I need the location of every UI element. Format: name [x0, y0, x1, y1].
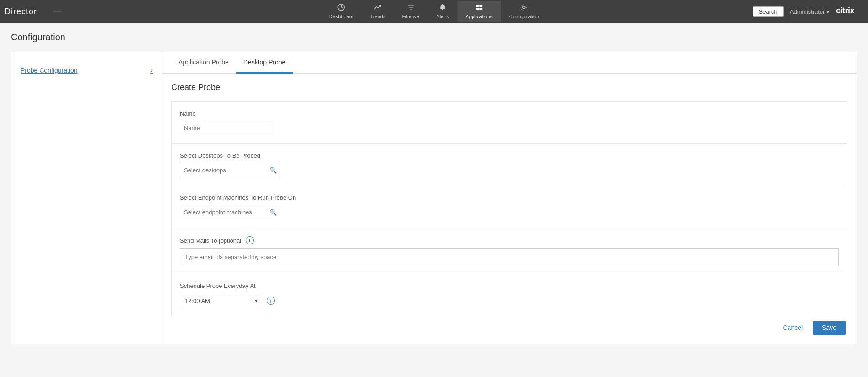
topnav-right: Search Administrator ▾ citrix [753, 5, 863, 18]
svg-rect-8 [476, 8, 479, 10]
svg-text:citrix: citrix [836, 6, 855, 15]
applications-icon [475, 4, 483, 13]
nav-label-applications: Applications [466, 14, 493, 19]
select-desktops-label: Select Desktops To Be Probed [180, 152, 839, 159]
search-button[interactable]: Search [753, 6, 784, 17]
citrix-logo: citrix [836, 5, 863, 18]
create-probe-title: Create Probe [171, 83, 847, 92]
svg-point-5 [442, 4, 443, 5]
nav-label-configuration: Configuration [509, 14, 539, 19]
schedule-info-icon[interactable]: i [267, 297, 275, 305]
cancel-button[interactable]: Cancel [777, 321, 808, 335]
filters-icon [407, 4, 415, 13]
trends-icon [374, 4, 382, 13]
nav-label-alerts: Alerts [436, 14, 449, 19]
svg-rect-1 [408, 5, 414, 6]
nav-item-configuration[interactable]: Configuration [501, 1, 547, 22]
svg-point-10 [523, 6, 525, 9]
svg-rect-9 [479, 8, 482, 10]
form-section-email: Send Mails To [optional] i [171, 228, 847, 274]
form-section-schedule: Schedule Probe Everyday At 12:00 AM 1:00… [171, 274, 847, 317]
form-footer: Cancel Save [766, 312, 857, 344]
schedule-label: Schedule Probe Everyday At [180, 282, 839, 289]
send-mails-info-icon[interactable]: i [246, 236, 254, 244]
nav-item-filters[interactable]: Filters ▾ [394, 1, 428, 22]
select-endpoint-wrapper: 🔍 [180, 205, 280, 219]
configuration-icon [520, 4, 528, 13]
page-content: Configuration Probe Configuration › Appl… [0, 23, 868, 377]
nav-label-filters: Filters ▾ [402, 14, 420, 20]
sidebar: Probe Configuration › [11, 52, 162, 344]
main-content: Application Probe Desktop Probe Create P… [162, 52, 857, 344]
select-desktops-input[interactable] [180, 163, 280, 177]
svg-rect-6 [476, 5, 479, 7]
form-section-desktops: Select Desktops To Be Probed 🔍 [171, 144, 847, 186]
sidebar-item-probe-configuration[interactable]: Probe Configuration › [11, 61, 162, 80]
select-endpoint-label: Select Endpoint Machines To Run Probe On [180, 194, 839, 201]
nav-label-dashboard: Dashboard [329, 14, 354, 19]
chevron-right-icon: › [150, 67, 153, 74]
dashboard-icon [337, 4, 346, 13]
form-section-name: Name [171, 101, 847, 144]
name-label: Name [180, 110, 839, 117]
sidebar-item-label: Probe Configuration [21, 67, 78, 74]
svg-rect-7 [479, 5, 482, 7]
brand-area: Director [5, 7, 62, 16]
brand-name: Director [5, 7, 41, 16]
name-input[interactable] [180, 121, 271, 135]
nav-item-trends[interactable]: Trends [362, 1, 394, 22]
schedule-wrapper: 12:00 AM 1:00 AM 2:00 AM 3:00 AM 6:00 AM… [180, 293, 839, 308]
top-navigation: Director Dashboard Trends [0, 0, 868, 23]
svg-rect-3 [410, 9, 412, 10]
tab-desktop-probe[interactable]: Desktop Probe [236, 52, 293, 74]
svg-rect-4 [442, 9, 443, 10]
nav-item-alerts[interactable]: Alerts [428, 1, 457, 22]
save-button[interactable]: Save [813, 321, 846, 335]
form-section-endpoint: Select Endpoint Machines To Run Probe On… [171, 186, 847, 228]
logo-pill [53, 11, 62, 12]
nav-item-dashboard[interactable]: Dashboard [321, 1, 362, 22]
admin-dropdown[interactable]: Administrator ▾ [790, 8, 830, 15]
nav-center: Dashboard Trends Filters ▾ [321, 1, 547, 22]
tabs-container: Application Probe Desktop Probe [162, 52, 857, 74]
schedule-select[interactable]: 12:00 AM 1:00 AM 2:00 AM 3:00 AM 6:00 AM… [180, 293, 262, 308]
nav-label-trends: Trends [370, 14, 386, 19]
page-title: Configuration [11, 32, 857, 42]
schedule-select-wrapper: 12:00 AM 1:00 AM 2:00 AM 3:00 AM 6:00 AM… [180, 293, 262, 308]
select-desktops-wrapper: 🔍 [180, 163, 280, 177]
nav-item-applications[interactable]: Applications [458, 1, 501, 22]
tab-application-probe[interactable]: Application Probe [171, 52, 236, 74]
alerts-icon [438, 4, 447, 13]
select-endpoint-input[interactable] [180, 205, 280, 219]
main-container: Probe Configuration › Application Probe … [11, 52, 857, 344]
send-mails-label: Send Mails To [optional] i [180, 236, 839, 244]
email-input[interactable] [180, 248, 839, 265]
form-content: Create Probe Name Select Desktops To Be … [162, 74, 857, 326]
svg-rect-2 [409, 7, 413, 8]
